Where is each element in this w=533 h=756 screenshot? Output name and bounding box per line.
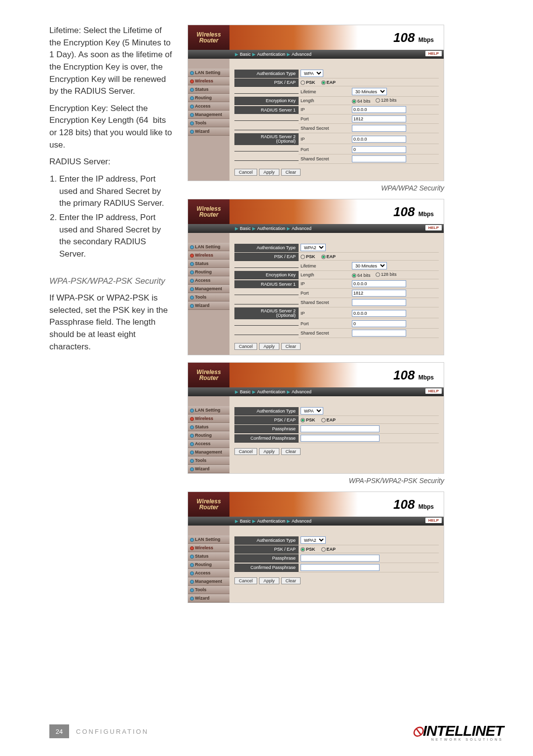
lifetime-select[interactable]: 30 Minutes <box>352 88 387 95</box>
eap-radio[interactable]: EAP <box>321 80 336 85</box>
sidebar-item-management[interactable]: Management <box>188 111 229 119</box>
radius1-secret-input[interactable] <box>352 299 406 306</box>
sidebar-item-routing[interactable]: Routing <box>188 94 229 102</box>
radius1-port-input[interactable] <box>352 290 406 297</box>
sidebar-item-wireless[interactable]: Wireless <box>188 415 229 423</box>
sidebar-item-wizard[interactable]: Wizard <box>188 465 229 473</box>
sidebar-item-routing[interactable]: Routing <box>188 268 229 276</box>
radius2-secret-input[interactable] <box>352 155 406 162</box>
sidebar-item-tools[interactable]: Tools <box>188 293 229 302</box>
label-port: Port <box>301 116 350 121</box>
bc-advanced[interactable]: Advanced <box>292 52 311 57</box>
sidebar-item-wizard[interactable]: Wizard <box>188 127 229 136</box>
radius2-secret-input[interactable] <box>352 330 406 337</box>
radius2-port-input[interactable] <box>352 320 406 327</box>
psk-radio[interactable]: PSK <box>301 417 315 422</box>
passphrase-input[interactable] <box>301 555 380 562</box>
auth-type-select[interactable]: WPA2 <box>301 536 326 544</box>
sidebar-item-lan[interactable]: LAN Setting <box>188 69 229 77</box>
passphrase-input[interactable] <box>301 425 380 432</box>
radius-list-item: Enter the IP address, Port used and Shar… <box>59 173 173 210</box>
sidebar-item-status[interactable]: Status <box>188 260 229 268</box>
sidebar-item-lan[interactable]: LAN Setting <box>188 535 229 544</box>
help-button[interactable]: HELP <box>425 518 442 523</box>
confirmed-passphrase-input[interactable] <box>301 435 380 442</box>
sidebar-item-wizard[interactable]: Wizard <box>188 302 229 310</box>
sidebar-item-lan[interactable]: LAN Setting <box>188 406 229 415</box>
label-radius2: RADIUS Server 2(Optional) <box>234 133 299 145</box>
banner-text: 108 Mbps <box>393 30 434 45</box>
radius2-ip-input[interactable] <box>352 136 406 143</box>
radius2-port-input[interactable] <box>352 146 406 153</box>
sidebar-item-routing[interactable]: Routing <box>188 561 229 569</box>
cancel-button[interactable]: Cancel <box>234 169 257 176</box>
psk-radio[interactable]: PSK <box>301 80 315 85</box>
brand-logo: ⦸INTELLINET NETWORK SOLUTIONS <box>413 721 503 741</box>
label-length: Length <box>301 98 350 103</box>
sidebar-item-status[interactable]: Status <box>188 423 229 431</box>
apply-button[interactable]: Apply <box>259 169 279 176</box>
auth-type-select[interactable]: WPA <box>301 407 323 415</box>
cancel-button[interactable]: Cancel <box>234 343 257 350</box>
radius1-port-input[interactable] <box>352 115 406 122</box>
sidebar-item-status[interactable]: Status <box>188 552 229 561</box>
sidebar-item-access[interactable]: Access <box>188 102 229 111</box>
label-confirmed-passphrase: Confirmed Passphrase <box>234 434 299 443</box>
radius1-ip-input[interactable] <box>352 106 406 113</box>
radius1-secret-input[interactable] <box>352 125 406 132</box>
sidebar-item-wireless[interactable]: Wireless <box>188 77 229 85</box>
cancel-button[interactable]: Cancel <box>234 577 257 584</box>
sidebar-item-tools[interactable]: Tools <box>188 456 229 465</box>
footer-section-title: CONFIGURATION <box>76 728 149 735</box>
bits64-radio[interactable]: 64 bits <box>352 99 371 104</box>
help-button[interactable]: HELP <box>425 51 442 56</box>
screenshot-wpa-psk: WirelessRouter108 Mbps ▶Basic▶Authentica… <box>188 362 444 474</box>
radius2-ip-input[interactable] <box>352 310 406 317</box>
bits128-radio[interactable]: 128 bits <box>376 98 397 103</box>
sidebar-item-status[interactable]: Status <box>188 85 229 94</box>
auth-type-select[interactable]: WPA2 <box>301 244 326 251</box>
label-passphrase: Passphrase <box>234 425 299 433</box>
sidebar-item-management[interactable]: Management <box>188 448 229 456</box>
apply-button[interactable]: Apply <box>259 577 279 584</box>
sidebar-item-wireless[interactable]: Wireless <box>188 544 229 552</box>
help-button[interactable]: HELP <box>425 225 442 230</box>
sidebar-item-routing[interactable]: Routing <box>188 431 229 440</box>
clear-button[interactable]: Clear <box>281 448 301 455</box>
sidebar-item-wireless[interactable]: Wireless <box>188 251 229 260</box>
sidebar-item-access[interactable]: Access <box>188 569 229 577</box>
apply-button[interactable]: Apply <box>259 448 279 455</box>
sidebar-item-tools[interactable]: Tools <box>188 586 229 594</box>
bc-authentication[interactable]: Authentication <box>257 52 285 57</box>
psk-radio[interactable]: PSK <box>301 254 315 259</box>
clear-button[interactable]: Clear <box>281 169 301 176</box>
para-enckey: Encryption Key: Select the Encryption Ke… <box>49 103 173 151</box>
screenshot-wpa2-psk: WirelessRouter108 Mbps ▶Basic▶Authentica… <box>188 491 444 603</box>
sidebar-item-wizard[interactable]: Wizard <box>188 594 229 603</box>
confirmed-passphrase-input[interactable] <box>301 564 380 571</box>
bits128-radio[interactable]: 128 bits <box>376 272 397 277</box>
cancel-button[interactable]: Cancel <box>234 448 257 455</box>
help-button[interactable]: HELP <box>425 388 442 394</box>
sidebar-item-management[interactable]: Management <box>188 285 229 293</box>
radius-list-item: Enter the IP address, Port used and Shar… <box>59 212 173 261</box>
lifetime-select[interactable]: 30 Minutes <box>352 262 387 269</box>
sidebar-item-tools[interactable]: Tools <box>188 119 229 127</box>
radius1-ip-input[interactable] <box>352 280 406 287</box>
scr-header: WirelessRouter 108 Mbps <box>188 199 444 224</box>
bits64-radio[interactable]: 64 bits <box>352 273 371 278</box>
eap-radio[interactable]: EAP <box>321 254 336 259</box>
sidebar-item-management[interactable]: Management <box>188 577 229 586</box>
eap-radio[interactable]: EAP <box>321 547 336 552</box>
psk-radio[interactable]: PSK <box>301 547 315 552</box>
clear-button[interactable]: Clear <box>281 343 301 350</box>
scr-body: LAN Setting Wireless Status Routing Acce… <box>188 59 444 181</box>
bc-basic[interactable]: Basic <box>240 52 251 57</box>
sidebar-item-lan[interactable]: LAN Setting <box>188 243 229 251</box>
sidebar-item-access[interactable]: Access <box>188 276 229 285</box>
sidebar-item-access[interactable]: Access <box>188 440 229 448</box>
clear-button[interactable]: Clear <box>281 577 301 584</box>
apply-button[interactable]: Apply <box>259 343 279 350</box>
auth-type-select[interactable]: WPA <box>301 70 323 77</box>
eap-radio[interactable]: EAP <box>321 417 336 422</box>
